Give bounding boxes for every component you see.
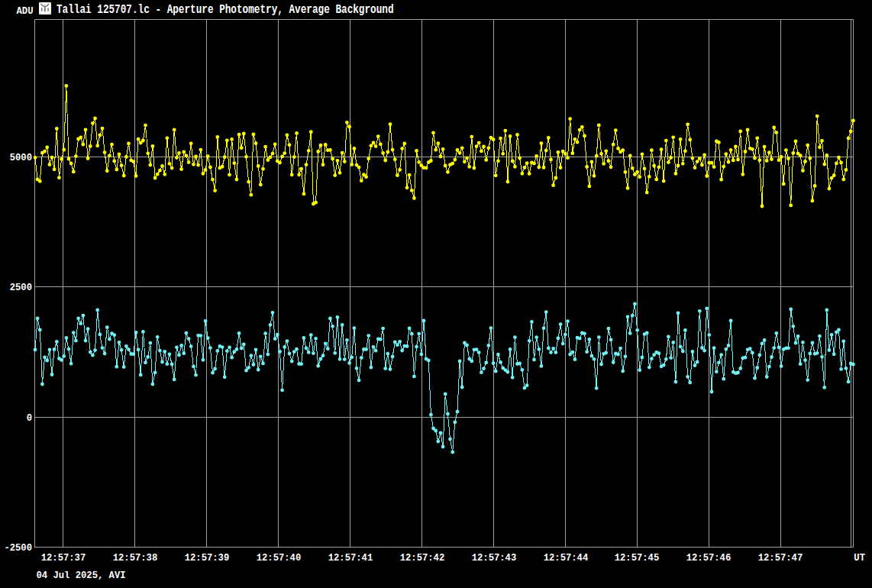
svg-text:12:57:45: 12:57:45 xyxy=(615,553,660,564)
svg-text:12:57:37: 12:57:37 xyxy=(41,553,86,564)
svg-text:12:57:39: 12:57:39 xyxy=(185,553,230,564)
svg-text:12:57:46: 12:57:46 xyxy=(686,553,732,564)
svg-text:UT: UT xyxy=(854,553,865,564)
svg-text:12:57:44: 12:57:44 xyxy=(544,553,589,564)
svg-text:0: 0 xyxy=(27,413,32,424)
svg-text:Tallai 125707.lc - Aperture Ph: Tallai 125707.lc - Aperture Photometry, … xyxy=(57,3,394,17)
svg-text:12:57:41: 12:57:41 xyxy=(328,553,373,564)
svg-text:12:57:43: 12:57:43 xyxy=(472,553,517,564)
svg-text:12:57:38: 12:57:38 xyxy=(113,553,158,564)
svg-text:12:57:40: 12:57:40 xyxy=(257,553,302,564)
svg-text:2500: 2500 xyxy=(10,283,32,293)
svg-text:12:57:47: 12:57:47 xyxy=(758,553,803,564)
svg-text:-2500: -2500 xyxy=(4,543,32,554)
svg-text:04 Jul 2025, AVI: 04 Jul 2025, AVI xyxy=(37,570,126,581)
svg-text:12:57:42: 12:57:42 xyxy=(400,553,445,564)
svg-text:5000: 5000 xyxy=(10,153,32,163)
svg-text:ADU: ADU xyxy=(17,6,34,17)
